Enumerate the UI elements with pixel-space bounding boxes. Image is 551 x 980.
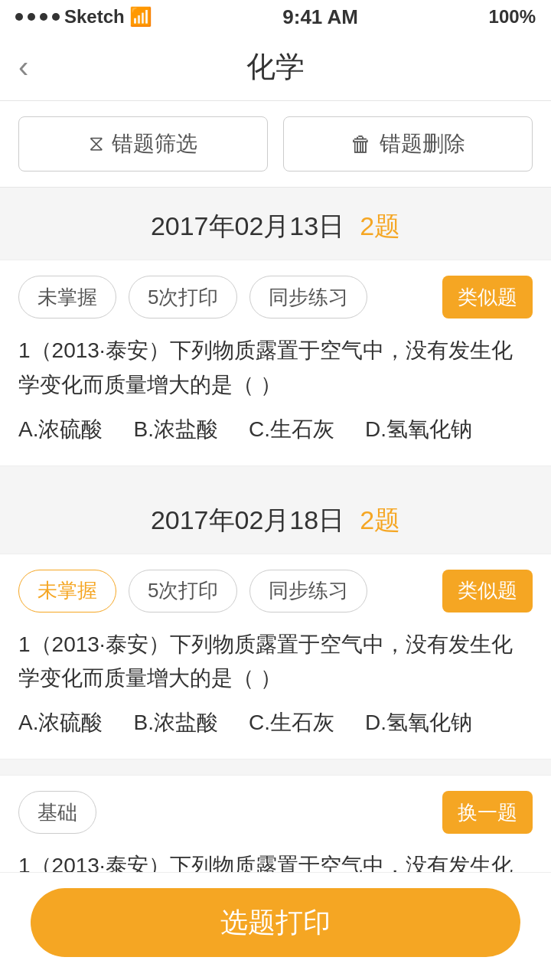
- question-count-2: 2题: [360, 503, 400, 538]
- date-section-1: 2017年02月13日 2题 未掌握 5次打印 同步练习 类似题 1（2013·…: [0, 188, 551, 466]
- sub-divider-1: [0, 760, 551, 775]
- content-area: 2017年02月13日 2题 未掌握 5次打印 同步练习 类似题 1（2013·…: [0, 188, 551, 980]
- similar-btn-2[interactable]: 类似题: [442, 570, 533, 612]
- back-button[interactable]: ‹: [18, 50, 28, 84]
- print-button[interactable]: 选题打印: [31, 888, 520, 957]
- option-d-1: D.氢氧化钠: [365, 415, 472, 444]
- option-c-1: C.生石灰: [249, 415, 334, 444]
- bottom-bar: 选题打印: [0, 872, 551, 980]
- action-row-2: 未掌握 5次打印 同步练习 类似题: [18, 570, 533, 612]
- delete-icon: 🗑: [350, 132, 372, 157]
- question-count-1: 2题: [360, 209, 400, 244]
- option-a-2: A.浓硫酸: [18, 708, 103, 737]
- network-label: Sketch: [64, 6, 125, 28]
- change-btn-basic[interactable]: 换一题: [442, 791, 533, 834]
- status-left: Sketch 📶: [15, 6, 152, 28]
- filter-label: 错题筛选: [112, 129, 197, 158]
- delete-button[interactable]: 🗑 错题删除: [283, 116, 533, 172]
- print-btn-1[interactable]: 5次打印: [129, 276, 237, 318]
- not-mastered-btn-2[interactable]: 未掌握: [18, 570, 116, 612]
- toolbar: ⧖ 错题筛选 🗑 错题删除: [0, 101, 551, 188]
- action-row-1: 未掌握 5次打印 同步练习 类似题: [18, 276, 533, 318]
- sync-btn-2[interactable]: 同步练习: [249, 570, 367, 612]
- date-header-2: 2017年02月18日 2题: [0, 482, 551, 554]
- section-divider-1: [0, 466, 551, 482]
- question-card-2: 未掌握 5次打印 同步练习 类似题 1（2013·泰安）下列物质露置于空气中，没…: [0, 554, 551, 760]
- nav-bar: ‹ 化学: [0, 34, 551, 101]
- date-header-1: 2017年02月13日 2题: [0, 188, 551, 260]
- date-text-1: 2017年02月13日: [151, 209, 344, 244]
- filter-icon: ⧖: [89, 132, 104, 157]
- similar-btn-1[interactable]: 类似题: [442, 276, 533, 318]
- option-b-2: B.浓盐酸: [133, 708, 217, 737]
- page-title: 化学: [246, 47, 305, 87]
- question-card-1: 未掌握 5次打印 同步练习 类似题 1（2013·泰安）下列物质露置于空气中，没…: [0, 260, 551, 466]
- wifi-icon: 📶: [129, 6, 152, 28]
- status-bar: Sketch 📶 9:41 AM 100%: [0, 0, 551, 34]
- option-c-2: C.生石灰: [249, 708, 334, 737]
- delete-label: 错题删除: [380, 129, 465, 158]
- filter-button[interactable]: ⧖ 错题筛选: [18, 116, 268, 172]
- signal-dot: [15, 13, 23, 21]
- battery-label: 100%: [489, 6, 536, 28]
- signal-dot: [28, 13, 35, 21]
- sub-action-row-basic: 基础 换一题: [18, 791, 533, 834]
- signal-dot: [40, 13, 47, 21]
- question-options-1: A.浓硫酸 B.浓盐酸 C.生石灰 D.氢氧化钠: [18, 415, 533, 444]
- not-mastered-btn-1[interactable]: 未掌握: [18, 276, 116, 318]
- date-text-2: 2017年02月18日: [151, 503, 344, 538]
- question-text-2: 1（2013·泰安）下列物质露置于空气中，没有发生化学变化而质量增大的是（ ）: [18, 628, 533, 697]
- question-text-1: 1（2013·泰安）下列物质露置于空气中，没有发生化学变化而质量增大的是（ ）: [18, 334, 533, 403]
- option-b-1: B.浓盐酸: [133, 415, 217, 444]
- status-time: 9:41 AM: [282, 5, 358, 29]
- level-tag-basic: 基础: [18, 791, 96, 834]
- sync-btn-1[interactable]: 同步练习: [249, 276, 367, 318]
- print-btn-2[interactable]: 5次打印: [129, 570, 237, 612]
- signal-dot: [52, 13, 60, 21]
- question-options-2: A.浓硫酸 B.浓盐酸 C.生石灰 D.氢氧化钠: [18, 708, 533, 737]
- option-d-2: D.氢氧化钠: [365, 708, 472, 737]
- option-a-1: A.浓硫酸: [18, 415, 103, 444]
